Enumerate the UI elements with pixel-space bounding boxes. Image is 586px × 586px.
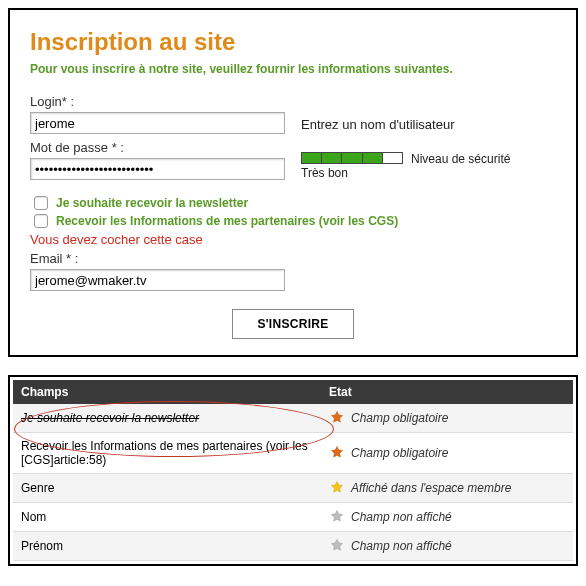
table-row: Recevoir les Informations de mes partena… — [13, 433, 573, 474]
etat-text: Champ obligatoire — [351, 411, 448, 425]
password-row: Mot de passe * : Niveau de sécurité Très… — [30, 140, 556, 180]
newsletter-checkbox[interactable] — [34, 196, 48, 210]
login-row: Login* : Entrez un nom d'utilisateur — [30, 94, 556, 134]
table-row: PrénomChamp non affiché — [13, 532, 573, 561]
status-star-icon — [329, 538, 345, 554]
cell-etat: Champ obligatoire — [321, 404, 573, 433]
col-header-etat: Etat — [321, 380, 573, 404]
partners-label: Recevoir les Informations de mes partena… — [56, 214, 398, 228]
checkbox-block: Je souhaite recevoir la newsletter Recev… — [30, 196, 556, 228]
etat-text: Champ non affiché — [351, 510, 452, 524]
newsletter-label: Je souhaite recevoir la newsletter — [56, 196, 248, 210]
cell-etat: Champ non affiché — [321, 532, 573, 561]
status-star-icon — [329, 410, 345, 426]
cell-champ: Recevoir les Informations de mes partena… — [13, 433, 321, 474]
email-row: Email * : — [30, 251, 540, 291]
signup-form-panel: Inscription au site Pour vous inscrire à… — [8, 8, 578, 357]
partners-suffix: ) — [394, 214, 398, 228]
password-input[interactable] — [30, 158, 285, 180]
partners-prefix: Recevoir les Informations de mes partena… — [56, 214, 368, 228]
partners-checkbox[interactable] — [34, 214, 48, 228]
page-subtitle: Pour vous inscrire à notre site, veuille… — [30, 62, 556, 76]
cgs-link[interactable]: CGS — [368, 214, 394, 228]
strength-seg-3 — [342, 153, 362, 163]
newsletter-row: Je souhaite recevoir la newsletter — [34, 196, 556, 210]
error-message: Vous devez cocher cette case — [30, 232, 556, 247]
login-hint: Entrez un nom d'utilisateur — [301, 117, 455, 134]
submit-button[interactable]: S'INSCRIRE — [232, 309, 353, 339]
status-star-icon — [329, 480, 345, 496]
cell-champ: Je souhaite recevoir la newsletter — [13, 404, 321, 433]
etat-text: Affiché dans l'espace membre — [351, 481, 511, 495]
cell-champ: Prénom — [13, 532, 321, 561]
strength-bar — [301, 152, 403, 164]
cell-champ: Nom — [13, 503, 321, 532]
fields-table-panel: Champs Etat Je souhaite recevoir la news… — [8, 375, 578, 566]
strength-seg-1 — [302, 153, 322, 163]
status-star-icon — [329, 445, 345, 461]
strength-seg-5 — [383, 153, 402, 163]
strength-label: Niveau de sécurité — [411, 152, 510, 166]
cell-champ: Genre — [13, 474, 321, 503]
table-row: Je souhaite recevoir la newsletterChamp … — [13, 404, 573, 433]
col-header-champs: Champs — [13, 380, 321, 404]
email-input[interactable] — [30, 269, 285, 291]
page-title: Inscription au site — [30, 28, 556, 56]
etat-text: Champ obligatoire — [351, 446, 448, 460]
table-row: GenreAffiché dans l'espace membre — [13, 474, 573, 503]
partners-row: Recevoir les Informations de mes partena… — [34, 214, 556, 228]
password-label: Mot de passe * : — [30, 140, 285, 155]
strength-seg-4 — [363, 153, 383, 163]
login-label: Login* : — [30, 94, 285, 109]
table-row: NomChamp non affiché — [13, 503, 573, 532]
submit-wrap: S'INSCRIRE — [30, 309, 556, 339]
cell-etat: Champ non affiché — [321, 503, 573, 532]
status-star-icon — [329, 509, 345, 525]
strength-seg-2 — [322, 153, 342, 163]
strength-text: Très bon — [301, 166, 510, 180]
cell-etat: Affiché dans l'espace membre — [321, 474, 573, 503]
cell-etat: Champ obligatoire — [321, 433, 573, 474]
login-input[interactable] — [30, 112, 285, 134]
etat-text: Champ non affiché — [351, 539, 452, 553]
password-strength: Niveau de sécurité Très bon — [301, 152, 510, 180]
email-label: Email * : — [30, 251, 540, 266]
fields-table: Champs Etat Je souhaite recevoir la news… — [13, 380, 573, 561]
